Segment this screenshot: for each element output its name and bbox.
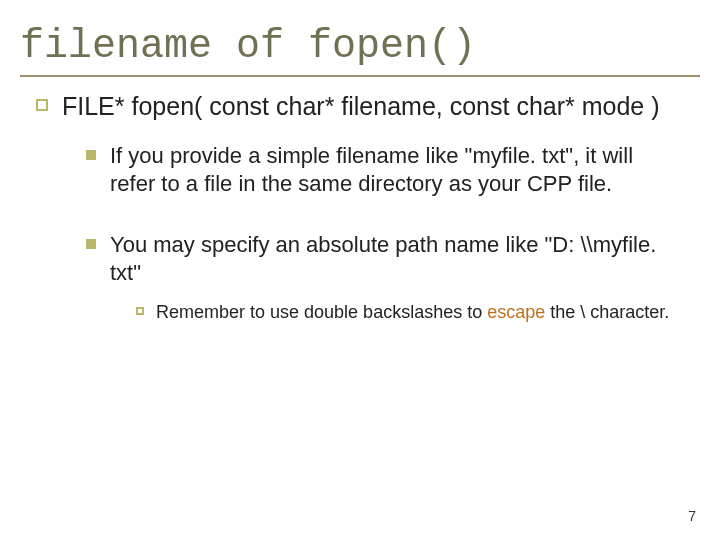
escape-note: Remember to use double backslashes to es… bbox=[156, 301, 669, 324]
page-number: 7 bbox=[688, 508, 696, 524]
square-outline-small-icon bbox=[136, 307, 144, 315]
bullet-level1: FILE* fopen( const char* filename, const… bbox=[0, 91, 720, 132]
slide: filename of fopen() FILE* fopen( const c… bbox=[0, 0, 720, 540]
escape-note-post: the \ character. bbox=[545, 302, 669, 322]
bullet-level2: You may specify an absolute path name li… bbox=[0, 221, 720, 295]
absolute-path-note: You may specify an absolute path name li… bbox=[110, 231, 680, 287]
simple-filename-note: If you provide a simple filename like "m… bbox=[110, 142, 680, 198]
escape-note-pre: Remember to use double backslashes to bbox=[156, 302, 487, 322]
bullet-level3: Remember to use double backslashes to es… bbox=[0, 295, 720, 330]
title-underline bbox=[20, 75, 700, 77]
square-outline-icon bbox=[36, 99, 48, 111]
bullet-level2: If you provide a simple filename like "m… bbox=[0, 132, 720, 206]
escape-emph: escape bbox=[487, 302, 545, 322]
square-filled-icon bbox=[86, 150, 96, 160]
spacer bbox=[0, 207, 720, 221]
signature-text: FILE* fopen( const char* filename, const… bbox=[62, 91, 660, 122]
slide-title: filename of fopen() bbox=[0, 0, 720, 75]
square-filled-icon bbox=[86, 239, 96, 249]
